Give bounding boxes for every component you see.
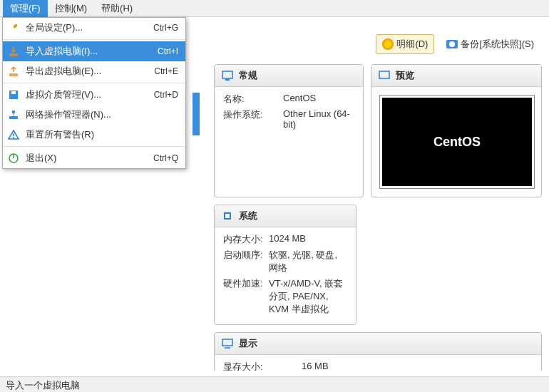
chip-icon [222, 210, 233, 222]
menu-item-6[interactable]: 网络操作管理器(N)... [3, 105, 185, 125]
menu-item-2[interactable]: 导入虚拟电脑(I)...Ctrl+I [3, 41, 185, 61]
svg-rect-15 [222, 339, 232, 346]
menu-item-label: 全局设定(P)... [26, 21, 153, 34]
menu-item-shortcut: Ctrl+G [153, 23, 178, 33]
computer-icon [222, 70, 233, 81]
net-icon [7, 108, 20, 121]
menu-separator [3, 39, 185, 40]
preview-thumbnail: CentOS [380, 96, 534, 188]
menu-item-shortcut: Ctrl+I [158, 46, 178, 56]
warn-icon [7, 128, 20, 141]
exit-icon [7, 152, 20, 165]
os-key: 操作系统: [223, 108, 283, 130]
mem-key: 内存大小: [223, 233, 269, 246]
menu-item-label: 导入虚拟电脑(I)... [26, 45, 158, 58]
boot-value: 软驱, 光驱, 硬盘, 网络 [269, 249, 347, 274]
menu-item-label: 虚拟介质管理(V)... [26, 88, 154, 101]
import-icon [7, 45, 20, 58]
menubar: 管理(F) 控制(M) 帮助(H) [0, 0, 549, 17]
disk-icon [7, 88, 20, 101]
manage-dropdown: 全局设定(P)...Ctrl+G导入虚拟电脑(I)...Ctrl+I导出虚拟电脑… [2, 17, 186, 169]
svg-marker-5 [9, 130, 19, 139]
menu-item-shortcut: Ctrl+E [154, 66, 178, 76]
svg-rect-0 [9, 91, 18, 99]
status-bar: 导入一个虚拟电脑 [0, 376, 549, 392]
details-pane: 常规 名称:CentOS 操作系统:Other Linux (64-bit) 预… [214, 64, 542, 371]
gear-icon [382, 38, 394, 50]
menu-item-0[interactable]: 全局设定(P)...Ctrl+G [3, 18, 185, 38]
menu-item-3[interactable]: 导出虚拟电脑(E)...Ctrl+E [3, 61, 185, 81]
menu-help[interactable]: 帮助(H) [94, 0, 140, 17]
menu-item-label: 重置所有警告(R) [26, 128, 178, 141]
menu-item-9[interactable]: 退出(X)Ctrl+Q [3, 148, 185, 168]
preview-panel[interactable]: 预览 CentOS [371, 64, 542, 197]
menu-item-label: 导出虚拟电脑(E)... [26, 65, 154, 78]
name-key: 名称: [223, 93, 283, 105]
os-value: Other Linux (64-bit) [283, 108, 354, 130]
accel-value: VT-x/AMD-V, 嵌套分页, PAE/NX, KVM 半虚拟化 [269, 277, 347, 316]
svg-rect-3 [12, 110, 15, 113]
menu-item-5[interactable]: 虚拟介质管理(V)...Ctrl+D [3, 85, 185, 105]
svg-point-8 [9, 154, 18, 163]
preview-title: 预览 [396, 69, 414, 82]
display-panel[interactable]: 显示 显存大小:16 MB 远程桌面服务器:已禁用 录像:已禁用 [214, 332, 542, 371]
vram-value: 16 MB [302, 361, 533, 371]
display-icon [222, 338, 233, 349]
system-panel[interactable]: 系统 内存大小:1024 MB 启动顺序:软驱, 光驱, 硬盘, 网络 硬件加速… [214, 205, 356, 325]
boot-key: 启动顺序: [223, 249, 269, 274]
name-value: CentOS [283, 93, 354, 105]
camera-icon [446, 40, 458, 48]
accel-key: 硬件加速: [223, 277, 269, 316]
svg-rect-11 [225, 79, 230, 81]
svg-point-7 [13, 137, 14, 138]
toolbar-right: 明细(D) 备份[系统快照](S) [376, 34, 540, 54]
svg-rect-1 [11, 91, 16, 94]
snapshot-button[interactable]: 备份[系统快照](S) [440, 34, 540, 54]
svg-rect-14 [225, 214, 230, 218]
monitor-icon [379, 70, 390, 81]
svg-rect-10 [222, 71, 232, 78]
svg-rect-12 [379, 71, 389, 78]
system-title: 系统 [239, 210, 257, 222]
general-title: 常规 [239, 69, 257, 82]
vram-key: 显存大小: [223, 361, 302, 371]
general-panel[interactable]: 常规 名称:CentOS 操作系统:Other Linux (64-bit) [214, 64, 364, 197]
vm-selection-highlight[interactable] [193, 93, 200, 135]
export-icon [7, 65, 20, 78]
menu-item-shortcut: Ctrl+Q [153, 153, 178, 163]
menu-separator [3, 83, 185, 83]
svg-rect-13 [224, 212, 231, 220]
menu-item-label: 退出(X) [26, 152, 153, 165]
menu-item-7[interactable]: 重置所有警告(R) [3, 125, 185, 145]
detail-label: 明细(D) [396, 38, 428, 51]
display-title: 显示 [239, 337, 257, 350]
menu-manage[interactable]: 管理(F) [3, 0, 48, 17]
menu-item-shortcut: Ctrl+D [154, 90, 178, 100]
menu-item-label: 网络操作管理器(N)... [26, 108, 178, 121]
menu-control[interactable]: 控制(M) [48, 0, 95, 17]
snapshot-label: 备份[系统快照](S) [461, 38, 534, 51]
svg-rect-2 [9, 116, 18, 119]
mem-value: 1024 MB [269, 233, 347, 246]
menu-separator [3, 146, 185, 147]
wrench-icon [7, 21, 20, 34]
detail-button[interactable]: 明细(D) [376, 34, 434, 54]
